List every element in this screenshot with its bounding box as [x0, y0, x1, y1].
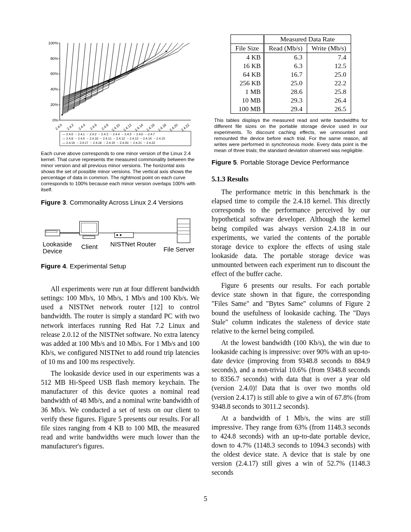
- table-cell: 25.0: [307, 70, 351, 79]
- svg-text:2.4.6: 2.4.6: [89, 123, 98, 131]
- right-para-2: Figure 6 presents our results. For each …: [212, 281, 370, 336]
- fig4-diagram: Lookaside Device Client NISTNet Router F…: [41, 215, 199, 260]
- table-cell: 29.4: [264, 105, 307, 114]
- svg-text:2.4.18: 2.4.18: [157, 123, 167, 132]
- svg-rect-30: [131, 70, 132, 71]
- svg-text:20%: 20%: [50, 103, 58, 107]
- svg-text:2.4.22: 2.4.22: [181, 123, 190, 132]
- svg-text:— 2.4.8   → 2.4.9   → 2.4.10  : — 2.4.8 → 2.4.9 → 2.4.10 → 2.4.11 → 2.4.…: [62, 137, 165, 140]
- svg-text:2.4.10: 2.4.10: [111, 123, 121, 132]
- right-para-1: The performance metric in this benchmark…: [212, 187, 370, 278]
- fig3-chart: 0% 20% 40% 60% 80% 100% 2.4.0 2.4.2 2.4.…: [41, 34, 199, 148]
- svg-text:Client: Client: [81, 243, 98, 250]
- svg-text:2.4.14: 2.4.14: [134, 123, 144, 132]
- svg-point-42: [116, 234, 118, 236]
- svg-text:Device: Device: [43, 247, 62, 254]
- table-cell: 16 KB: [231, 62, 264, 70]
- svg-rect-31: [165, 51, 167, 52]
- table-cell: 64 KB: [231, 70, 264, 79]
- svg-text:File Server: File Server: [163, 246, 194, 252]
- svg-text:2.4.20: 2.4.20: [169, 123, 179, 132]
- table-cell: 1 MB: [231, 87, 264, 96]
- fig3-label: Figure 3. Commonality Across Linux 2.4 V…: [41, 199, 199, 206]
- svg-rect-40: [83, 236, 95, 238]
- table-cell: 22.2: [307, 79, 351, 87]
- table-cell: 100 MB: [231, 105, 264, 114]
- svg-text:2.4.0: 2.4.0: [55, 123, 63, 131]
- svg-rect-29: [108, 81, 109, 82]
- fig4-label: Figure 4. Experimental Setup: [41, 262, 199, 270]
- svg-text:Lookaside: Lookaside: [43, 240, 72, 247]
- svg-text:2.4.2: 2.4.2: [66, 123, 75, 131]
- table-cell: 12.5: [307, 62, 351, 70]
- table-cell: 16.7: [264, 70, 307, 79]
- table-cell: 256 KB: [231, 79, 264, 87]
- svg-text:2.4.12: 2.4.12: [122, 123, 132, 132]
- section-heading: 5.1.3 Results: [212, 175, 370, 183]
- table-cell: 29.3: [264, 96, 307, 105]
- page-number: 5: [41, 495, 370, 503]
- svg-text:— 2.4.0   → 2.4.1   → 2.4.2   : — 2.4.0 → 2.4.1 → 2.4.2 → 2.4.3 → 2.4.4 …: [62, 133, 155, 136]
- left-para-1: All experiments were run at four differe…: [41, 284, 199, 366]
- svg-text:NISTNet Router: NISTNet Router: [110, 240, 156, 247]
- table-cell: 25.8: [307, 87, 351, 96]
- svg-rect-39: [81, 223, 97, 233]
- fig5-caption: This tables displays the measured read a…: [214, 117, 367, 153]
- svg-text:— 2.4.16  → 2.4.17  → 2.4.18  : — 2.4.16 → 2.4.17 → 2.4.18 → 2.4.19 → 2.…: [62, 141, 155, 145]
- svg-text:2.4.8: 2.4.8: [101, 123, 109, 131]
- table-cell: 6.3: [264, 53, 307, 62]
- svg-rect-28: [84, 98, 86, 99]
- table-cell: 25.0: [264, 79, 307, 87]
- right-para-3: At the lowest bandwidth (100 Kb/s), the …: [212, 338, 370, 411]
- svg-point-43: [120, 234, 121, 236]
- svg-text:0%: 0%: [53, 118, 58, 122]
- svg-text:2.4.16: 2.4.16: [146, 123, 156, 132]
- svg-rect-27: [73, 107, 75, 109]
- table-cell: 4 KB: [231, 53, 264, 62]
- svg-text:100%: 100%: [48, 41, 58, 45]
- table-cell: 6.3: [264, 62, 307, 70]
- svg-text:80%: 80%: [50, 56, 58, 61]
- fig5-label: Figure 5. Portable Storage Device Perfor…: [212, 159, 370, 166]
- table-cell: 26.4: [307, 96, 351, 105]
- right-para-4: At a bandwidth of 1 Mb/s, the wins are s…: [212, 414, 370, 477]
- svg-text:2.4.4: 2.4.4: [78, 123, 86, 131]
- svg-text:40%: 40%: [50, 87, 58, 91]
- svg-text:60%: 60%: [50, 72, 58, 76]
- left-para-2: The lookaside device used in our experim…: [41, 369, 199, 451]
- fig5-table: Measured Data Rate File Size Read (Mb/s)…: [230, 34, 351, 114]
- table-cell: 28.6: [264, 87, 307, 96]
- svg-rect-37: [46, 231, 57, 233]
- svg-rect-26: [62, 114, 63, 115]
- fig3-caption: Each curve above corresponds to one mino…: [41, 150, 199, 193]
- table-cell: 26.5: [307, 105, 351, 114]
- table-cell: 10 MB: [231, 96, 264, 105]
- table-cell: 7.4: [307, 53, 351, 62]
